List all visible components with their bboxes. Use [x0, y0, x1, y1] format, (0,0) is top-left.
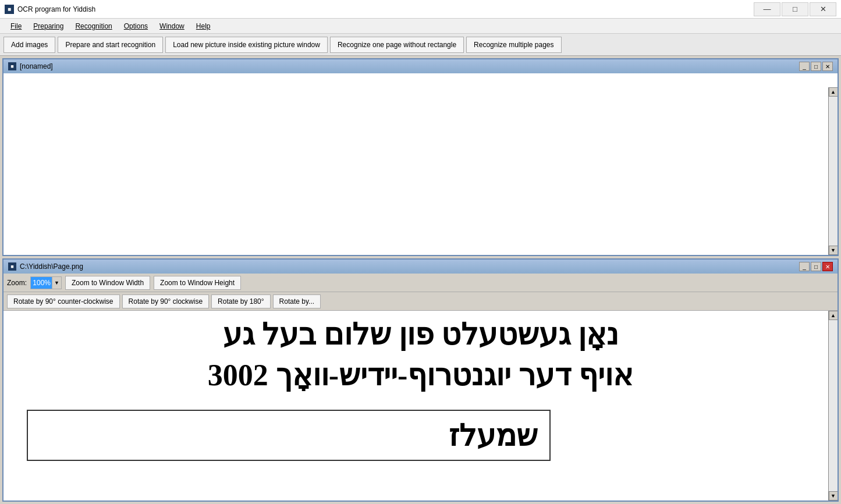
image-scroll-track[interactable] — [829, 320, 838, 491]
menu-file[interactable]: File — [5, 21, 27, 31]
image-toolbar-zoom: Zoom: ▼ Zoom to Window Width Zoom to Win… — [3, 274, 838, 292]
zoom-width-button[interactable]: Zoom to Window Width — [65, 276, 150, 290]
title-bar-controls: — □ ✕ — [754, 2, 836, 16]
menu-bar: File Preparing Recognition Options Windo… — [0, 19, 841, 34]
image-scroll-down[interactable]: ▼ — [829, 491, 838, 501]
yiddish-line1: נאָן געשטעלט פון שלום בעל גע — [27, 317, 814, 352]
zoom-input-wrapper[interactable]: ▼ — [30, 276, 62, 289]
yiddish-text-area: נאָן געשטעלט פון שלום בעל גע אויף דער יו… — [3, 311, 838, 467]
image-close[interactable]: ✕ — [822, 262, 833, 271]
nonamed-window: ■ [nonamed] _ □ ✕ ▲ ▼ — [2, 58, 839, 256]
menu-window[interactable]: Window — [154, 21, 190, 31]
menu-recognition[interactable]: Recognition — [69, 21, 118, 31]
zoom-input[interactable] — [31, 277, 52, 289]
yiddish-textbox-content: שמעלז — [40, 418, 538, 453]
nonamed-title-bar: ■ [nonamed] _ □ ✕ — [3, 59, 838, 73]
menu-options[interactable]: Options — [118, 21, 154, 31]
nonamed-close[interactable]: ✕ — [822, 62, 833, 71]
nonamed-title-label: [nonamed] — [20, 62, 53, 70]
nonamed-minimize[interactable]: _ — [799, 62, 810, 71]
zoom-label: Zoom: — [7, 279, 27, 287]
nonamed-icon: ■ — [8, 62, 16, 70]
rotate-cw-button[interactable]: Rotate by 90° clockwise — [122, 294, 210, 308]
nonamed-content: ▲ ▼ — [3, 73, 838, 255]
image-inner: נאָן געשטעלט פון שלום בעל גע אויף דער יו… — [3, 311, 838, 501]
minimize-button[interactable]: — — [754, 2, 780, 16]
scroll-down-arrow[interactable]: ▼ — [829, 246, 838, 255]
load-picture-button[interactable]: Load new picture inside existing picture… — [165, 37, 328, 53]
image-scroll-up[interactable]: ▲ — [829, 311, 838, 320]
image-title-label: C:\Yiddish\Page.png — [20, 262, 83, 271]
image-scrollbar[interactable]: ▲ ▼ — [828, 311, 838, 501]
title-bar: ■ OCR program for Yiddish — □ ✕ — [0, 0, 841, 19]
scroll-track[interactable] — [829, 97, 838, 246]
image-window: ■ C:\Yiddish\Page.png _ □ ✕ Zoom: ▼ Zoom… — [2, 258, 839, 502]
image-content-wrapper: נאָן געשטעלט פון שלום בעל גע אויף דער יו… — [3, 311, 838, 501]
image-toolbar-rotate: Rotate by 90° counter-clockwise Rotate b… — [3, 292, 838, 311]
yiddish-textbox: שמעלז — [27, 410, 551, 461]
image-icon: ■ — [8, 262, 16, 271]
menu-preparing[interactable]: Preparing — [27, 21, 69, 31]
nonamed-maximize[interactable]: □ — [811, 62, 821, 71]
main-area: ■ [nonamed] _ □ ✕ ▲ ▼ ■ C:\Yiddish\Page.… — [0, 56, 841, 504]
scroll-up-arrow[interactable]: ▲ — [829, 87, 838, 97]
image-title-bar: ■ C:\Yiddish\Page.png _ □ ✕ — [3, 260, 838, 274]
menu-help[interactable]: Help — [190, 21, 217, 31]
recognize-one-page-button[interactable]: Recognize one page without rectangle — [330, 37, 464, 53]
zoom-height-button[interactable]: Zoom to Window Height — [154, 276, 241, 290]
rotate-180-button[interactable]: Rotate by 180° — [211, 294, 271, 308]
yiddish-line2: אויף דער יוגנטרוף-יידיש-וואָך 2003 — [27, 357, 814, 392]
zoom-dropdown-arrow[interactable]: ▼ — [52, 277, 61, 289]
recognize-multiple-button[interactable]: Recognize multiple pages — [466, 37, 561, 53]
nonamed-scrollbar[interactable]: ▲ ▼ — [828, 87, 838, 255]
rotate-ccw-button[interactable]: Rotate by 90° counter-clockwise — [7, 294, 120, 308]
maximize-button[interactable]: □ — [782, 2, 808, 16]
close-button[interactable]: ✕ — [810, 2, 836, 16]
add-images-button[interactable]: Add images — [3, 37, 55, 53]
prepare-start-button[interactable]: Prepare and start recognition — [58, 37, 163, 53]
app-title: OCR program for Yiddish — [17, 5, 95, 13]
image-maximize[interactable]: □ — [811, 262, 821, 271]
main-toolbar: Add images Prepare and start recognition… — [0, 34, 841, 56]
rotate-by-button[interactable]: Rotate by... — [273, 294, 321, 308]
app-icon: ■ — [5, 5, 14, 14]
image-minimize[interactable]: _ — [799, 262, 810, 271]
